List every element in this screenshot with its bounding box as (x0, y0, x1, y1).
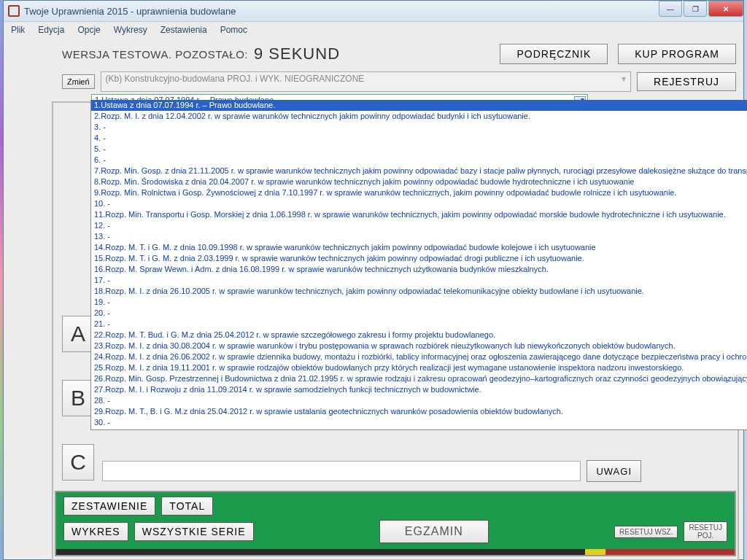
law-option[interactable]: 15.Rozp. M. T. i G. M. z dnia 2.03.1999 … (91, 253, 747, 264)
law-option[interactable]: 9.Rozp. Min. Rolnictwa i Gosp. Żywnościo… (91, 187, 747, 198)
law-option[interactable]: 20. - (91, 308, 747, 319)
law-option[interactable]: 12. - (91, 220, 747, 231)
law-option[interactable]: 25.Rozp. M. I. z dnia 19.11.2001 r. w sp… (91, 362, 747, 373)
law-option[interactable]: 13. - (91, 231, 747, 242)
law-option[interactable]: 27.Rozp. M. I. i Rozwoju z dnia 11.09.20… (91, 384, 747, 395)
menu-opcje[interactable]: Opcje (77, 25, 100, 35)
law-option[interactable]: 16.Rozp. M. Spraw Wewn. i Adm. z dnia 16… (91, 264, 747, 275)
law-option[interactable]: 6. - (91, 155, 747, 166)
chart-button[interactable]: WYKRES (63, 522, 128, 541)
window-title: Twoje Uprawnienia 2015 - uprawnienia bud… (24, 6, 236, 17)
register-button[interactable]: REJESTRUJ (637, 72, 736, 91)
law-option[interactable]: 23.Rozp. M. I. z dnia 30.08.2004 r. w sp… (91, 341, 747, 351)
law-option[interactable]: 3. - (91, 122, 747, 133)
law-option[interactable]: 29.Rozp. M. T., B. i G. M.z dnia 25.04.2… (91, 406, 747, 417)
law-option[interactable]: 4. - (91, 133, 747, 144)
exam-button[interactable]: EGZAMIN (379, 520, 489, 543)
law-option[interactable]: 18.Rozp. M. I. z dnia 26.10.2005 r. w sp… (91, 286, 747, 297)
law-option[interactable]: 10. - (91, 198, 747, 209)
law-option[interactable]: 14.Rozp. M. T. i G. M. z dnia 10.09.1998… (91, 242, 747, 253)
all-series-button[interactable]: WSZYSTKIE SERIE (134, 522, 254, 541)
law-option[interactable]: 24.Rozp. M. I. z dnia 26.06.2002 r. w sp… (91, 351, 747, 362)
menu-wykresy[interactable]: Wykresy (114, 25, 147, 35)
category-select[interactable]: (Kb) Konstrukcyjno-budowlana PROJ. i WYK… (101, 71, 632, 92)
law-option[interactable]: 5. - (91, 144, 747, 155)
summary-button[interactable]: ZESTAWIENIE (63, 497, 155, 516)
manual-button[interactable]: PODRĘCZNIK (500, 44, 608, 64)
law-option[interactable]: 11.Rozp. Min. Transportu i Gosp. Morskie… (91, 209, 747, 220)
menu-pomoc[interactable]: Pomoc (220, 25, 247, 35)
law-option[interactable]: 8.Rozp. Min. Środowiska z dnia 20.04.200… (91, 176, 747, 187)
trial-label: WERSJA TESTOWA. POZOSTAŁO: (62, 48, 248, 61)
maximize-button[interactable]: ❐ (684, 1, 707, 17)
law-option[interactable]: 1.Ustawa z dnia 07.07.1994 r. – Prawo bu… (91, 100, 747, 111)
total-button[interactable]: TOTAL (161, 497, 213, 516)
trial-time: 9 SEKUND (254, 44, 340, 63)
progress-bar (56, 549, 735, 555)
law-option[interactable]: 22.Rozp. M. T. Bud. i G. M.z dnia 25.04.… (91, 330, 747, 341)
law-option[interactable]: 17. - (91, 275, 747, 286)
close-button[interactable]: ✕ (708, 1, 743, 17)
law-option[interactable]: 26.Rozp. Min. Gosp. Przestrzennej i Budo… (91, 373, 747, 384)
reset-one-button[interactable]: RESETUJ POJ. (684, 521, 727, 542)
law-dropdown[interactable]: 1.Ustawa z dnia 07.07.1994 r. – Prawo bu… (90, 100, 747, 430)
menu-plik[interactable]: Plik (11, 25, 25, 35)
notes-button[interactable]: UWAGI (587, 460, 641, 482)
law-option[interactable]: 21. - (91, 319, 747, 330)
reset-all-button[interactable]: RESETUJ WSZ. (614, 526, 678, 538)
minimize-button[interactable]: — (659, 1, 682, 17)
answer-a-button[interactable]: A (62, 316, 94, 352)
law-option[interactable]: 7.Rozp. Min. Gosp. z dnia 21.11.2005 r. … (91, 166, 747, 176)
answer-b-button[interactable]: B (62, 380, 94, 416)
menu-zestawienia[interactable]: Zestawienia (160, 25, 207, 35)
law-option[interactable]: 19. - (91, 297, 747, 308)
buy-button[interactable]: KUP PROGRAM (618, 44, 736, 64)
law-option[interactable]: 28. - (91, 395, 747, 406)
menu-edycja[interactable]: Edycja (38, 25, 64, 35)
app-window: Twoje Uprawnienia 2015 - uprawnienia bud… (3, 0, 744, 560)
menubar: Plik Edycja Opcje Wykresy Zestawienia Po… (4, 22, 743, 38)
titlebar[interactable]: Twoje Uprawnienia 2015 - uprawnienia bud… (4, 1, 743, 22)
bottom-panel: ZESTAWIENIE TOTAL WYKRES WSZYSTKIE SERIE… (55, 491, 736, 556)
answer-c-button[interactable]: C (62, 444, 94, 481)
change-button[interactable]: Zmień (62, 74, 95, 89)
law-option[interactable]: 2.Rozp. M. I. z dnia 12.04.2002 r. w spr… (91, 111, 747, 122)
notes-input[interactable] (102, 461, 581, 481)
law-option[interactable]: 30. - (91, 417, 747, 428)
app-icon (8, 5, 20, 17)
